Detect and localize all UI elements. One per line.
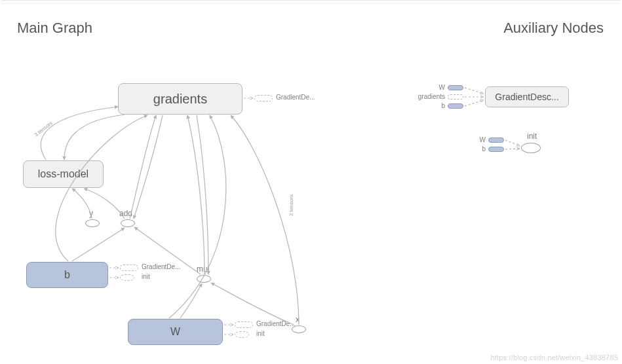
gd-input-w-label: W <box>435 84 445 91</box>
gd-input-gradients-label: gradients <box>414 93 445 100</box>
gd-input-gradients-chip[interactable] <box>448 94 463 100</box>
top-divider <box>2 0 620 4</box>
edge-loss-to-grad-label: 3 tensors <box>33 120 54 137</box>
init-input-b-label: b <box>475 145 486 153</box>
x-op-node[interactable] <box>292 325 306 333</box>
loss-model-node[interactable]: loss-model <box>23 160 104 188</box>
gd-input-b-chip[interactable] <box>448 103 463 109</box>
init-input-w-chip[interactable] <box>488 137 504 143</box>
b-label: b <box>64 269 70 281</box>
init-input-w-label: W <box>475 136 486 143</box>
main-graph-heading: Main Graph <box>17 20 92 37</box>
w-ref-grad-chip[interactable] <box>235 321 253 328</box>
gd-input-b-label: b <box>435 102 445 109</box>
loss-model-label: loss-model <box>38 168 88 180</box>
gradientdesc-node[interactable]: GradientDesc... <box>485 86 569 107</box>
b-ref-init-label: init <box>142 273 150 280</box>
edge-x-to-grad-label: 2 tensors <box>288 194 294 216</box>
w-ref-init-chip[interactable] <box>235 331 249 338</box>
b-ref-grad-chip[interactable] <box>120 264 138 271</box>
add-op-node[interactable] <box>121 219 135 227</box>
gd-input-w-chip[interactable] <box>448 85 463 90</box>
w-ref-init-label: init <box>256 330 265 337</box>
w-label: W <box>170 326 180 338</box>
x-op-label: x <box>296 315 300 324</box>
b-ref-grad-label: GradientDe... <box>142 263 180 270</box>
gradients-ref-chip[interactable] <box>254 95 273 101</box>
y-op-node[interactable] <box>85 219 100 227</box>
init-label: init <box>527 132 537 141</box>
gradientdesc-label: GradientDesc... <box>495 92 558 102</box>
b-variable-node[interactable]: b <box>26 262 108 288</box>
y-op-label: y <box>89 209 93 218</box>
page: Main Graph Auxiliary Nodes gradients Gra… <box>0 0 622 364</box>
auxiliary-nodes-heading: Auxiliary Nodes <box>503 20 604 37</box>
w-ref-grad-label: GradientDe... <box>256 320 295 327</box>
mul-op-label: mul <box>197 264 209 274</box>
init-node[interactable] <box>521 143 541 153</box>
gradients-label: gradients <box>153 92 207 107</box>
gradients-node[interactable]: gradients <box>118 83 243 115</box>
gradients-ref-label: GradientDe... <box>276 94 315 101</box>
init-input-b-chip[interactable] <box>488 147 504 152</box>
b-ref-init-chip[interactable] <box>120 274 134 281</box>
add-op-label: add <box>119 209 132 218</box>
w-variable-node[interactable]: W <box>128 319 223 345</box>
mul-op-node[interactable] <box>197 275 211 283</box>
watermark: https://blog.csdn.net/weixin_43838785 <box>490 354 618 361</box>
